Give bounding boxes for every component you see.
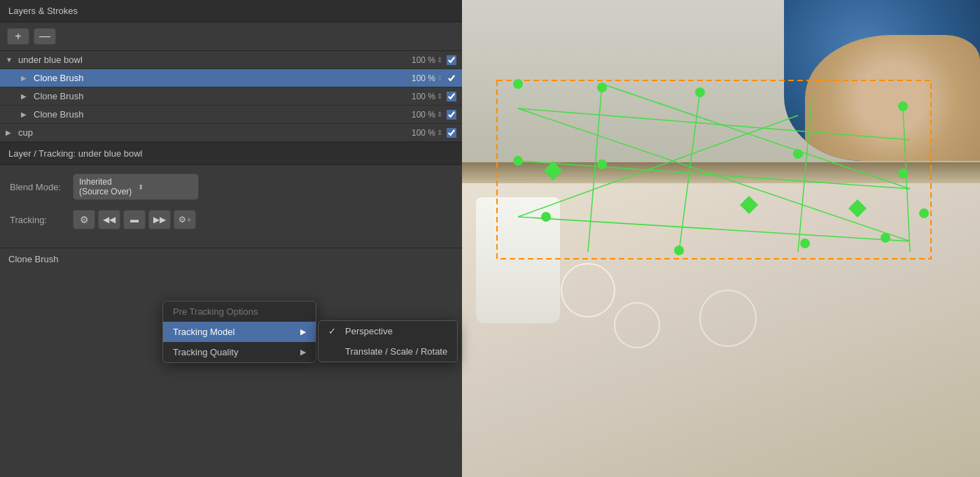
tracking-body: Blend Mode: Inherited (Source Over) ⬍ Tr… — [0, 165, 462, 248]
menu-item-pre-tracking-options[interactable]: Pre Tracking Options — [163, 301, 316, 322]
blend-mode-row: Blend Mode: Inherited (Source Over) ⬍ — [10, 173, 452, 200]
expand-triangle — [6, 129, 15, 136]
layer-opacity: 100 % ⇕ — [412, 73, 442, 83]
layer-row-clone-brush-2[interactable]: Clone Brush 100 % ⇕ — [0, 87, 462, 106]
tracking-title: Layer / Tracking: under blue bowl — [8, 148, 143, 159]
tracking-circle — [615, 303, 659, 348]
layer-row-clone-brush-3[interactable]: Clone Brush 100 % ⇕ — [0, 106, 462, 124]
submenu-item-perspective[interactable]: ✓ Perspective — [318, 321, 457, 341]
submenu-item-translate-scale-rotate[interactable]: Translate / Scale / Rotate — [318, 341, 457, 362]
tracking-overlay — [462, 0, 980, 477]
tracking-line — [518, 217, 910, 241]
tracking-point — [898, 101, 908, 111]
tracking-point — [881, 233, 890, 243]
layer-row-under-blue-bowl[interactable]: under blue bowl 100 % ⇕ — [0, 51, 462, 69]
submenu-item-label: Translate / Scale / Rotate — [345, 346, 447, 357]
layers-toolbar: + — — [0, 22, 462, 51]
layer-opacity: 100 % ⇕ — [412, 92, 442, 101]
menu-item-tracking-quality[interactable]: Tracking Quality ▶ — [163, 342, 316, 362]
layer-visibility-checkbox[interactable] — [447, 55, 456, 65]
tracking-diamond — [740, 196, 758, 214]
tracking-circle — [700, 290, 756, 346]
tracking-options-button[interactable]: ⚙+ — [174, 210, 196, 229]
expand-triangle — [21, 92, 31, 100]
layers-list: under blue bowl 100 % ⇕ Clone Brush 100 … — [0, 51, 462, 143]
expand-triangle — [21, 74, 31, 82]
left-panel: Layers & Strokes + — under blue bowl 100… — [0, 0, 462, 477]
tracking-point — [919, 208, 929, 218]
tracking-point — [695, 87, 705, 97]
tracking-line — [798, 98, 812, 252]
layer-opacity: 100 % ⇕ — [412, 110, 442, 120]
blend-mode-label: Blend Mode: — [10, 182, 73, 192]
tracking-line — [518, 108, 910, 241]
layer-row-cup[interactable]: cup 100 % ⇕ — [0, 124, 462, 142]
menu-item-tracking-model[interactable]: Tracking Model ▶ — [163, 322, 316, 342]
layer-opacity: 100 % ⇕ — [412, 55, 442, 65]
clone-brush-label: Clone Brush — [8, 254, 59, 264]
tracking-bounding-box — [497, 80, 931, 259]
tracking-controls: ⚙ ◀◀ ▬ ▶▶ ⚙+ — [73, 210, 196, 229]
dropdown-arrow-icon: ⬍ — [138, 183, 192, 191]
clone-brush-section: Clone Brush — [0, 248, 462, 270]
tracking-line — [518, 115, 798, 217]
submenu: ✓ Perspective Translate / Scale / Rotate — [318, 320, 458, 362]
layers-title: Layers & Strokes — [8, 6, 78, 16]
tracking-section-header: Layer / Tracking: under blue bowl — [0, 143, 462, 165]
layer-name: under blue bowl — [15, 55, 412, 65]
track-forward-button[interactable]: ▶▶ — [148, 210, 171, 229]
expand-triangle — [21, 111, 31, 118]
tracking-section: Layer / Tracking: under blue bowl Blend … — [0, 143, 462, 248]
check-icon: ✓ — [328, 326, 340, 336]
tracking-label: Tracking: — [10, 215, 73, 225]
track-stop-button[interactable]: ▬ — [123, 210, 146, 229]
blend-mode-value: Inherited (Source Over) — [79, 177, 134, 197]
tracking-point — [513, 79, 523, 89]
layer-name: Clone Brush — [31, 91, 412, 101]
tracking-point — [513, 156, 523, 166]
track-backward-button[interactable]: ◀◀ — [98, 210, 120, 229]
tracking-controls-row: Tracking: ⚙ ◀◀ ▬ ▶▶ ⚙+ — [10, 210, 452, 229]
submenu-item-label: Perspective — [345, 326, 393, 336]
add-layer-button[interactable]: + — [7, 28, 29, 45]
context-menu: Pre Tracking Options Tracking Model ▶ Tr… — [162, 301, 316, 363]
layer-row-clone-brush-1[interactable]: Clone Brush 100 % ⇕ — [0, 69, 462, 87]
menu-item-label: Pre Tracking Options — [173, 306, 258, 317]
menu-item-label: Tracking Quality — [173, 347, 238, 357]
tracking-point — [597, 159, 607, 169]
layer-name: Clone Brush — [31, 109, 412, 120]
tracking-settings-button[interactable]: ⚙ — [73, 210, 95, 229]
layers-section-header: Layers & Strokes — [0, 0, 462, 22]
tracking-line — [518, 108, 910, 140]
layer-name: Clone Brush — [31, 73, 412, 83]
layer-visibility-checkbox[interactable] — [447, 128, 456, 138]
blend-mode-select[interactable]: Inherited (Source Over) ⬍ — [73, 173, 199, 200]
expand-triangle — [6, 56, 15, 64]
submenu-arrow-icon: ▶ — [300, 327, 306, 336]
right-panel — [462, 0, 980, 477]
canvas-background — [462, 0, 980, 477]
tracking-circle — [561, 264, 615, 317]
layer-opacity: 100 % ⇕ — [412, 128, 442, 138]
tracking-diamond — [848, 199, 867, 218]
context-menu-container: Pre Tracking Options Tracking Model ▶ Tr… — [162, 301, 458, 363]
layer-visibility-checkbox[interactable] — [447, 92, 456, 101]
submenu-arrow-icon: ▶ — [300, 348, 306, 357]
tracking-point — [597, 83, 607, 92]
tracking-point — [793, 149, 803, 159]
tracking-point — [898, 169, 908, 178]
layer-visibility-checkbox[interactable] — [447, 110, 456, 120]
remove-layer-button[interactable]: — — [34, 28, 56, 45]
tracking-point — [674, 245, 684, 255]
tracking-line — [903, 108, 910, 252]
tracking-point — [541, 212, 551, 222]
layer-visibility-checkbox[interactable] — [447, 73, 456, 83]
tracking-point — [800, 239, 810, 248]
menu-item-label: Tracking Model — [173, 327, 234, 337]
layer-name: cup — [15, 127, 412, 138]
